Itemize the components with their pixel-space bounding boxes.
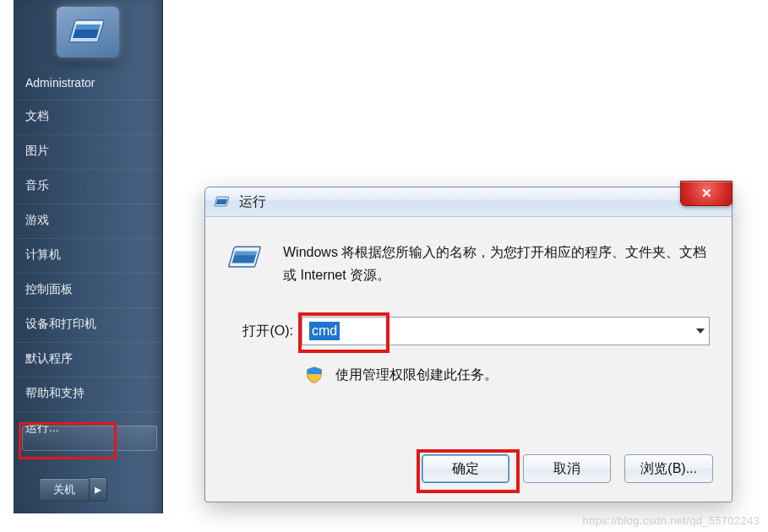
- svg-rect-4: [216, 199, 227, 204]
- start-menu-item-defaultprograms[interactable]: 默认程序: [14, 342, 162, 377]
- run-open-input[interactable]: [302, 317, 710, 345]
- start-menu-item-music[interactable]: 音乐: [14, 169, 162, 204]
- start-menu-item-devices[interactable]: 设备和打印机: [14, 307, 162, 342]
- start-menu-item-controlpanel[interactable]: 控制面板: [14, 273, 162, 307]
- run-uac-text: 使用管理权限创建此任务。: [335, 366, 498, 384]
- cancel-button[interactable]: 取消: [523, 454, 611, 483]
- start-menu-item-pictures[interactable]: 图片: [14, 134, 162, 169]
- run-description-text: Windows 将根据您所输入的名称，为您打开相应的程序、文件夹、文档或 Int…: [283, 241, 710, 286]
- run-description-row: Windows 将根据您所输入的名称，为您打开相应的程序、文件夹、文档或 Int…: [227, 241, 710, 286]
- start-menu-item-documents[interactable]: 文档: [14, 100, 162, 134]
- start-menu-item-games[interactable]: 游戏: [14, 204, 162, 238]
- run-dialog-icon: [227, 241, 264, 274]
- run-dialog-body: Windows 将根据您所输入的名称，为您打开相应的程序、文件夹、文档或 Int…: [205, 217, 732, 384]
- run-dialog-titlebar[interactable]: 运行 ✕: [205, 187, 732, 217]
- run-open-input-selected-text: cmd: [309, 322, 340, 340]
- close-icon: ✕: [701, 186, 712, 201]
- start-menu-item-help[interactable]: 帮助和支持: [14, 377, 162, 411]
- shutdown-options-button[interactable]: ▸: [89, 477, 107, 502]
- start-menu-list: Administrator 文档 图片 音乐 游戏 计算机 控制面板 设备和打印…: [14, 73, 162, 446]
- start-menu-user[interactable]: Administrator: [14, 73, 162, 100]
- run-dialog-title-icon: [214, 195, 231, 209]
- chevron-down-icon[interactable]: [696, 328, 705, 334]
- run-open-combobox[interactable]: cmd: [302, 317, 710, 345]
- user-avatar[interactable]: [57, 7, 119, 57]
- close-button[interactable]: ✕: [680, 181, 733, 206]
- ok-button-wrap: 确定: [422, 454, 509, 483]
- uac-shield-icon: [305, 366, 324, 384]
- browse-button[interactable]: 浏览(B)...: [624, 454, 713, 483]
- user-avatar-wrap: [14, 0, 162, 57]
- run-open-label: 打开(O):: [227, 323, 293, 340]
- start-menu-item-computer[interactable]: 计算机: [14, 238, 162, 273]
- watermark-text: https://blog.csdn.net/qd_55702243: [583, 514, 760, 527]
- ok-button[interactable]: 确定: [422, 454, 509, 483]
- shutdown-button[interactable]: 关机: [39, 478, 89, 502]
- run-dialog: 运行 ✕ Windows 将根据您所输入的名称，为您打开相应的程序、文件夹、文档…: [204, 187, 733, 502]
- shutdown-row: 关机 ▸: [39, 477, 107, 502]
- svg-rect-2: [75, 24, 101, 30]
- run-uac-row: 使用管理权限创建此任务。: [305, 366, 710, 384]
- start-menu-item-run-hover: [22, 426, 157, 451]
- run-open-row: 打开(O): cmd: [227, 317, 710, 345]
- run-button-row: 确定 取消 浏览(B)...: [422, 454, 713, 483]
- run-dialog-title: 运行: [239, 193, 266, 211]
- run-program-icon: [68, 18, 108, 46]
- svg-rect-7: [234, 252, 257, 256]
